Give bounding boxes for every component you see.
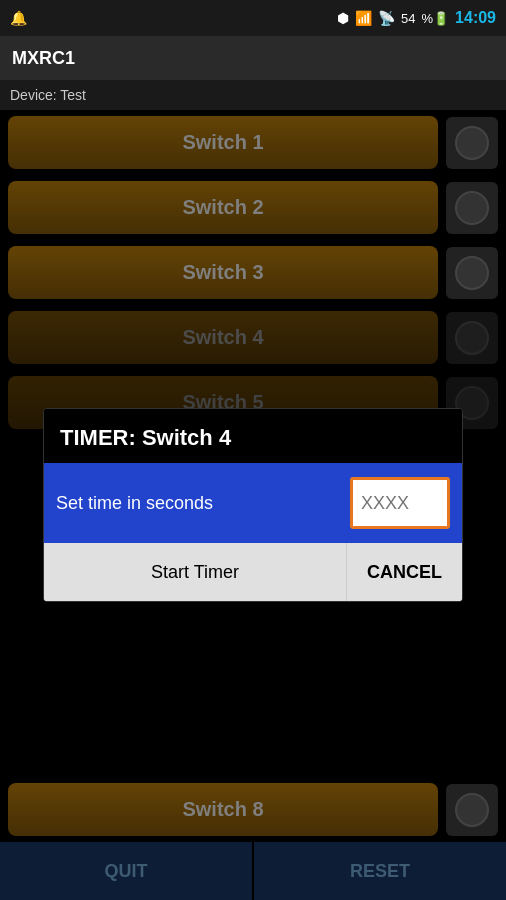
status-time: 14:09 <box>455 9 496 27</box>
dialog-title: TIMER: Switch 4 <box>44 409 462 463</box>
notification-icon: 🔔 <box>10 10 27 26</box>
cancel-button[interactable]: CANCEL <box>347 543 462 601</box>
status-right: ⬢ 📶 📡 54 %🔋 14:09 <box>337 9 496 27</box>
app-bar: MXRC1 <box>0 36 506 80</box>
main-content: Switch 1 Switch 2 Switch 3 Switch 4 <box>0 110 506 900</box>
dialog-buttons: Start Timer CANCEL <box>44 543 462 601</box>
dialog-input-row: Set time in seconds <box>44 463 462 543</box>
timer-input[interactable] <box>350 477 450 529</box>
signal-icon: 📡 <box>378 10 395 26</box>
dialog-label: Set time in seconds <box>56 493 340 514</box>
battery-percent: 54 <box>401 11 415 26</box>
bluetooth-icon: ⬢ <box>337 10 349 26</box>
wifi-icon: 📶 <box>355 10 372 26</box>
status-left: 🔔 <box>10 10 27 26</box>
start-timer-button[interactable]: Start Timer <box>44 543 347 601</box>
battery-icon: %🔋 <box>422 11 450 26</box>
device-info: Device: Test <box>0 80 506 110</box>
app-title: MXRC1 <box>12 48 75 69</box>
device-text: Device: Test <box>10 87 86 103</box>
status-bar: 🔔 ⬢ 📶 📡 54 %🔋 14:09 <box>0 0 506 36</box>
timer-dialog: TIMER: Switch 4 Set time in seconds Star… <box>43 408 463 602</box>
dialog-overlay: TIMER: Switch 4 Set time in seconds Star… <box>0 110 506 900</box>
